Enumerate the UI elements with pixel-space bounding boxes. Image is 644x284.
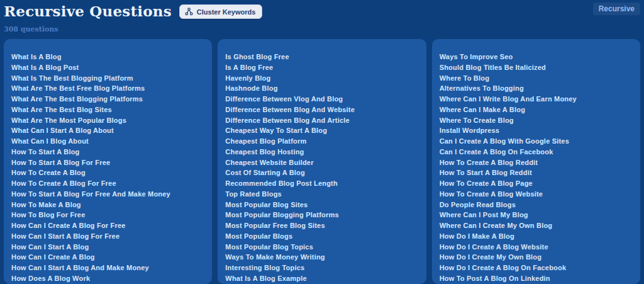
question-item[interactable]: Where To Blog — [440, 73, 633, 84]
question-item[interactable]: Is Ghost Blog Free — [225, 52, 418, 62]
question-item[interactable]: Cheapest Blog Platform — [225, 136, 418, 147]
question-item[interactable]: Can I Create A Blog On Facebook — [440, 147, 633, 157]
question-item[interactable]: How To Blog For Free — [11, 210, 204, 220]
question-item[interactable]: How Do I Create My Own Blog — [440, 252, 633, 263]
question-item[interactable]: How Does A Blog Work — [11, 273, 204, 284]
question-item[interactable]: Where Can I Make A Blog — [440, 105, 633, 115]
question-item[interactable]: Install Wordpress — [440, 125, 633, 136]
question-item[interactable]: Most Popular Free Blog Sites — [225, 220, 418, 231]
question-item[interactable]: Where Can I Post My Blog — [440, 210, 633, 220]
question-count: 308 questions — [4, 25, 639, 33]
question-item[interactable]: What Can I Blog About — [11, 136, 204, 147]
question-item[interactable]: Where To Create Blog — [440, 115, 633, 126]
nav-link-recursive[interactable]: Recursive — [593, 3, 640, 15]
question-item[interactable]: Cheapest Way To Start A Blog — [225, 125, 418, 136]
question-item[interactable]: How Can I Start A Blog — [11, 242, 204, 253]
question-item[interactable]: Cheapest Blog Hosting — [225, 147, 418, 157]
question-item[interactable]: How Can I Start A Blog And Make Money — [11, 263, 204, 273]
question-column-2: Is Ghost Blog FreeIs A Blog FreeHavenly … — [218, 39, 426, 284]
question-item[interactable]: How To Create A Blog Website — [440, 189, 633, 200]
question-item[interactable]: Where Can I Write Blog And Earn Money — [440, 94, 633, 105]
question-item[interactable]: Ways To Improve Seo — [440, 52, 633, 62]
question-item[interactable]: Difference Between Vlog And Blog — [225, 94, 418, 105]
question-item[interactable]: How To Create A Blog — [11, 168, 204, 178]
question-item[interactable]: Most Popular Blogs — [225, 231, 418, 242]
question-item[interactable]: What Are The Most Popular Blogs — [11, 115, 204, 126]
question-item[interactable]: Is A Blog Free — [225, 62, 418, 73]
question-item[interactable]: What Is A Blog — [11, 52, 204, 62]
question-item[interactable]: Most Popular Blog Sites — [225, 200, 418, 210]
question-item[interactable]: How To Start A Blog For Free And Make Mo… — [11, 189, 204, 200]
question-item[interactable]: How To Create A Blog For Free — [11, 178, 204, 189]
question-item[interactable]: Havenly Blog — [225, 73, 418, 84]
question-item[interactable]: Where Can I Create My Own Blog — [440, 220, 633, 231]
question-item[interactable]: Hashnode Blog — [225, 83, 418, 94]
question-item[interactable]: How Can I Start A Blog For Free — [11, 231, 204, 242]
question-item[interactable]: How Can I Create A Blog — [11, 252, 204, 263]
question-item[interactable]: Cost Of Starting A Blog — [225, 168, 418, 178]
page-header: Recursive Questions Cluster Keywords 308… — [0, 0, 644, 39]
question-item[interactable]: How To Start A Blog For Free — [11, 157, 204, 168]
question-item[interactable]: Most Popular Blog Topics — [225, 242, 418, 253]
question-item[interactable]: Most Popular Blogging Platforms — [225, 210, 418, 220]
question-item[interactable]: Do People Read Blogs — [440, 200, 633, 210]
question-item[interactable]: Can I Create A Blog With Google Sites — [440, 136, 633, 147]
question-item[interactable]: How Do I Create A Blog On Facebook — [440, 263, 633, 273]
cluster-keywords-button[interactable]: Cluster Keywords — [179, 4, 263, 19]
question-item[interactable]: How To Post A Blog On Linkedin — [440, 273, 633, 284]
cluster-icon — [185, 8, 193, 16]
question-item[interactable]: How To Start A Blog Reddit — [440, 168, 633, 178]
question-item[interactable]: What Are The Best Blog Sites — [11, 105, 204, 115]
question-item[interactable]: What Can I Start A Blog About — [11, 125, 204, 136]
question-item[interactable]: How Can I Create A Blog For Free — [11, 220, 204, 231]
question-item[interactable]: Difference Between Blog And Article — [225, 115, 418, 126]
question-item[interactable]: Recommended Blog Post Length — [225, 178, 418, 189]
question-item[interactable]: What Are The Best Blogging Platforms — [11, 94, 204, 105]
question-column-1: What Is A BlogWhat Is A Blog PostWhat Is… — [4, 39, 212, 284]
question-item[interactable]: Alternatives To Blogging — [440, 83, 633, 94]
question-item[interactable]: How To Create A Blog Page — [440, 178, 633, 189]
cluster-button-label: Cluster Keywords — [197, 8, 256, 16]
question-item[interactable]: Difference Between Blog And Website — [225, 105, 418, 115]
question-item[interactable]: How Do I Make A Blog — [440, 231, 633, 242]
question-item[interactable]: How Do I Create A Blog Website — [440, 242, 633, 253]
page-title: Recursive Questions — [4, 3, 172, 20]
question-columns: What Is A BlogWhat Is A Blog PostWhat Is… — [0, 39, 644, 284]
question-item[interactable]: Ways To Make Money Writing — [225, 252, 418, 263]
question-item[interactable]: Should Blog Titles Be Italicized — [440, 62, 633, 73]
question-item[interactable]: How To Create A Blog Reddit — [440, 157, 633, 168]
question-item[interactable]: How To Make A Blog — [11, 200, 204, 210]
question-item[interactable]: Top Rated Blogs — [225, 189, 418, 200]
question-item[interactable]: What Are The Best Free Blog Platforms — [11, 83, 204, 94]
question-item[interactable]: How To Start A Blog — [11, 147, 204, 157]
question-item[interactable]: What Is A Blog Example — [225, 273, 418, 284]
question-item[interactable]: What Is A Blog Post — [11, 62, 204, 73]
question-column-3: Ways To Improve SeoShould Blog Titles Be… — [432, 39, 640, 284]
question-item[interactable]: Cheapest Website Builder — [225, 157, 418, 168]
question-item[interactable]: What Is The Best Blogging Platform — [11, 73, 204, 84]
question-item[interactable]: Interesting Blog Topics — [225, 263, 418, 273]
